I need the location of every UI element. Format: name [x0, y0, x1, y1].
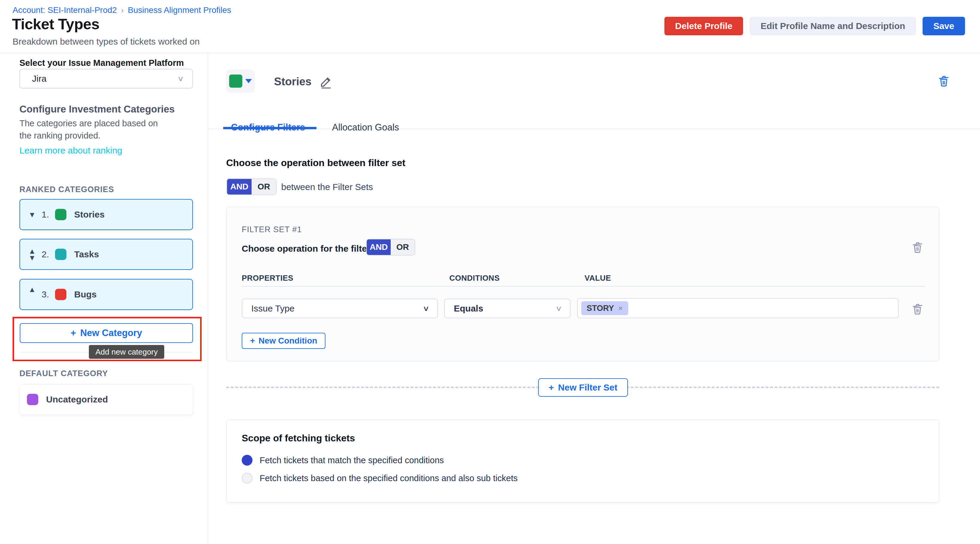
operation-caption: between the Filter Sets — [281, 182, 373, 192]
page: Account: SEI-Internal-Prod2 › Business A… — [0, 0, 980, 544]
category-card-uncategorized: Uncategorized — [19, 384, 193, 415]
tab-bar: Configure Filters Allocation Goals — [231, 122, 399, 141]
operation-heading: Choose the operation between filter set — [226, 157, 405, 169]
page-header: Account: SEI-Internal-Prod2 › Business A… — [0, 0, 980, 53]
category-rank: 3. — [41, 289, 49, 299]
condition-select[interactable]: Equals ∨ — [444, 299, 571, 318]
category-name: Stories — [74, 210, 105, 220]
move-up-down-icon[interactable]: ▲▼ — [29, 248, 41, 261]
radio-selected-icon[interactable] — [242, 455, 253, 466]
configure-categories-description: The categories are placed based on the r… — [19, 117, 169, 142]
column-header-divider — [242, 286, 925, 287]
caret-down-icon — [245, 79, 252, 83]
category-card-bugs[interactable]: ▲ 3. Bugs — [19, 279, 193, 310]
breadcrumb: Account: SEI-Internal-Prod2 › Business A… — [13, 5, 231, 15]
delete-profile-button[interactable]: Delete Profile — [664, 17, 743, 35]
configure-categories-title: Configure Investment Categories — [19, 103, 175, 115]
delete-filter-set-trash-icon[interactable] — [911, 240, 924, 256]
property-select[interactable]: Issue Type ∨ — [242, 299, 438, 318]
category-title: Stories — [274, 75, 333, 89]
plus-icon: + — [549, 382, 554, 393]
chevron-down-icon: ∨ — [423, 304, 430, 313]
radio-label: Fetch tickets based on the specified con… — [260, 473, 517, 483]
or-toggle[interactable]: OR — [391, 239, 415, 255]
category-color-dot — [55, 249, 67, 260]
category-card-tasks[interactable]: ▲▼ 2. Tasks — [19, 239, 193, 270]
category-color-picker[interactable] — [226, 69, 255, 93]
value-input[interactable]: STORY × — [577, 298, 899, 318]
category-name: Tasks — [74, 249, 99, 259]
category-name: Bugs — [74, 289, 97, 299]
add-new-category-tooltip: Add new category — [89, 345, 164, 359]
category-color-dot — [55, 289, 67, 300]
filters-operation-label: Choose operation for the filters — [242, 243, 375, 254]
category-rank: 1. — [41, 210, 49, 220]
column-header-properties: PROPERTIES — [242, 274, 293, 283]
plus-icon: + — [250, 336, 255, 345]
tab-allocation-goals[interactable]: Allocation Goals — [332, 122, 399, 141]
and-toggle[interactable]: AND — [367, 239, 391, 255]
learn-more-link[interactable]: Learn more about ranking — [19, 145, 123, 156]
chevron-down-icon: ∨ — [177, 75, 184, 82]
breadcrumb-separator-icon: › — [121, 6, 124, 15]
platform-select[interactable]: Jira ∨ — [19, 69, 193, 89]
category-card-stories[interactable]: ▼ 1. Stories — [19, 199, 193, 230]
platform-select-value: Jira — [32, 73, 46, 84]
scope-card: Scope of fetching tickets Fetch tickets … — [226, 420, 939, 503]
new-filter-set-button[interactable]: + New Filter Set — [538, 378, 628, 397]
tab-configure-filters[interactable]: Configure Filters — [231, 122, 305, 141]
save-button[interactable]: Save — [923, 17, 965, 35]
category-color-dot — [27, 394, 38, 405]
condition-select-value: Equals — [454, 304, 483, 313]
column-header-value: VALUE — [584, 274, 611, 283]
radio-label: Fetch tickets that match the specified c… — [260, 455, 444, 465]
property-select-value: Issue Type — [251, 304, 295, 313]
page-subtitle: Breakdown between types of tickets worke… — [13, 37, 199, 47]
scope-option-sub-tickets[interactable]: Fetch tickets based on the specified con… — [242, 473, 517, 484]
platform-select-label: Select your Issue Management Platform — [19, 58, 184, 68]
edit-profile-button[interactable]: Edit Profile Name and Description — [750, 17, 916, 35]
active-tab-underline — [223, 127, 317, 129]
default-category-label: DEFAULT CATEGORY — [19, 369, 108, 378]
and-toggle[interactable]: AND — [227, 179, 251, 194]
category-rank: 2. — [41, 249, 49, 259]
value-chip: STORY × — [581, 301, 628, 315]
delete-condition-trash-icon[interactable] — [911, 302, 924, 317]
category-color-dot — [55, 209, 67, 220]
new-category-button[interactable]: + New Category — [20, 323, 193, 343]
chevron-down-icon: ∨ — [555, 305, 562, 312]
filter-set-title: FILTER SET #1 — [242, 225, 302, 234]
or-toggle[interactable]: OR — [251, 179, 276, 194]
color-swatch — [229, 75, 242, 87]
plus-icon: + — [71, 328, 76, 339]
ranked-categories-label: RANKED CATEGORIES — [19, 185, 114, 194]
scope-option-match[interactable]: Fetch tickets that match the specified c… — [242, 455, 444, 466]
move-up-icon[interactable]: ▲ — [29, 286, 41, 293]
edit-pencil-icon[interactable] — [319, 75, 333, 89]
chip-remove-icon[interactable]: × — [618, 304, 623, 313]
page-title: Ticket Types — [12, 16, 99, 33]
category-name: Uncategorized — [46, 394, 108, 404]
new-condition-button[interactable]: + New Condition — [242, 333, 326, 349]
delete-category-trash-icon[interactable] — [937, 74, 951, 89]
move-down-icon[interactable]: ▼ — [29, 211, 41, 218]
radio-unselected-icon[interactable] — [242, 473, 253, 484]
main-panel: Stories Configure Filters Allocation Goa… — [208, 53, 980, 544]
breadcrumb-account-link[interactable]: Account: SEI-Internal-Prod2 — [13, 5, 117, 15]
filter-set-card: FILTER SET #1 Choose operation for the f… — [226, 207, 939, 361]
sidebar: Select your Issue Management Platform Ji… — [0, 53, 208, 544]
header-actions: Delete Profile Edit Profile Name and Des… — [664, 17, 965, 35]
breadcrumb-page-link[interactable]: Business Alignment Profiles — [128, 5, 231, 15]
scope-heading: Scope of fetching tickets — [242, 433, 355, 444]
filters-operation-toggle: AND OR — [366, 239, 415, 256]
filter-set-operation-toggle: AND OR — [226, 178, 277, 195]
column-header-conditions: CONDITIONS — [449, 274, 500, 283]
